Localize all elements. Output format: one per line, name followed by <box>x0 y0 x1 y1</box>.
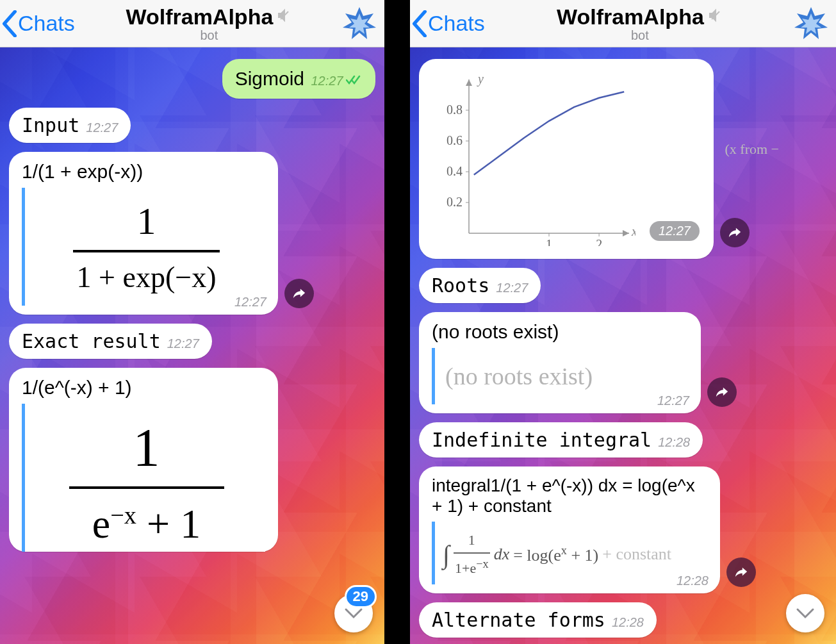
fraction-numerator: 1 <box>73 197 220 246</box>
message-row: integral1/(1 + e^(-x)) dx = log(e^x + 1)… <box>419 466 827 593</box>
message-text: 1/(e^(-x) + 1) <box>22 377 265 399</box>
header-label: Alternate forms <box>432 609 605 631</box>
chat-title-area[interactable]: WolframAlpha bot <box>489 4 791 43</box>
chat-title: WolframAlpha <box>557 4 704 29</box>
message-timestamp: 12:28 <box>612 615 644 630</box>
svg-text:0.8: 0.8 <box>447 103 463 117</box>
avatar[interactable] <box>340 4 379 44</box>
chat-subtitle: bot <box>489 28 791 43</box>
screen-left: Chats WolframAlpha bot Sigmoid <box>0 0 384 644</box>
message-timestamp: 12:27 <box>167 336 199 351</box>
section-header-exact[interactable]: Exact result 12:27 <box>9 324 212 359</box>
outgoing-message[interactable]: Sigmoid 12:27 <box>222 59 375 99</box>
message-timestamp: 12:28 <box>658 435 690 450</box>
chat-header: Chats WolframAlpha bot <box>410 0 836 47</box>
svg-text:x: x <box>631 224 635 238</box>
chat-area-right[interactable]: 0.20.40.60.812xy (x from − 12:27 Roots 1… <box>410 47 836 638</box>
header-label: Input <box>22 114 79 136</box>
screen-separator <box>384 0 410 644</box>
svg-text:1: 1 <box>546 237 552 246</box>
message-text: Sigmoid <box>235 68 304 89</box>
header-label: Roots <box>432 274 489 297</box>
avatar[interactable] <box>791 4 831 44</box>
fraction-denominator: e−x + 1 <box>69 493 224 552</box>
wolfram-icon <box>792 4 830 43</box>
equation-image: (no roots exist) <box>432 348 688 404</box>
chat-area-left[interactable]: Sigmoid 12:27 Input 12:27 1/(1 + exp(-x)… <box>0 47 384 552</box>
section-header-input[interactable]: Input 12:27 <box>9 108 131 143</box>
chat-title: WolframAlpha <box>126 4 273 29</box>
svg-text:2: 2 <box>596 237 602 246</box>
equation-image: 1 1 + exp(−x) <box>22 188 265 306</box>
muted-icon <box>708 8 723 26</box>
section-header-alternate[interactable]: Alternate forms 12:28 <box>419 602 657 638</box>
screen-right: Chats WolframAlpha bot 0.20.40.60.812xy <box>410 0 836 644</box>
share-icon <box>292 286 306 301</box>
share-button[interactable] <box>720 218 750 247</box>
message-timestamp: 12:28 <box>676 574 709 588</box>
share-button[interactable] <box>707 377 737 407</box>
message-row: (no roots exist) (no roots exist) 12:27 <box>419 312 827 413</box>
message-integral[interactable]: integral1/(1 + e^(-x)) dx = log(e^x + 1)… <box>419 466 720 593</box>
share-button[interactable] <box>284 279 314 308</box>
unread-badge: 29 <box>345 585 377 608</box>
scroll-to-bottom-button[interactable]: 29 <box>334 594 373 632</box>
chat-title-area[interactable]: WolframAlpha bot <box>79 4 340 43</box>
chat-subtitle: bot <box>79 28 340 43</box>
chevron-down-icon <box>344 607 363 620</box>
share-icon <box>715 385 729 399</box>
message-graph[interactable]: 0.20.40.60.812xy (x from − 12:27 <box>419 59 714 259</box>
message-text: integral1/(1 + e^(-x)) dx = log(e^x + 1)… <box>432 475 707 516</box>
wolfram-icon <box>340 4 379 43</box>
chevron-down-icon <box>796 607 815 620</box>
section-header-integral[interactable]: Indefinite integral 12:28 <box>419 422 703 458</box>
message-timestamp: 12:27 <box>657 393 689 408</box>
message-row: Alternate forms 12:28 <box>419 602 827 638</box>
message-timestamp: 12:27 <box>86 120 118 135</box>
message-timestamp: 12:27 <box>496 281 528 295</box>
svg-text:0.2: 0.2 <box>447 195 463 209</box>
share-icon <box>728 226 742 240</box>
back-button[interactable]: Chats <box>0 10 79 37</box>
chevron-left-icon <box>411 10 428 37</box>
equation-image: 1 e−x + 1 <box>22 404 265 552</box>
graph-annotation: (x from − <box>725 141 780 158</box>
back-label: Chats <box>18 11 75 36</box>
svg-text:y: y <box>477 72 484 87</box>
share-icon <box>734 565 748 579</box>
message-timestamp: 12:27 <box>234 295 266 310</box>
chevron-left-icon <box>1 10 18 37</box>
message-text: 1/(1 + exp(-x)) <box>22 161 265 183</box>
message-row: Input 12:27 <box>9 108 375 143</box>
chat-header: Chats WolframAlpha bot <box>0 0 384 47</box>
message-timestamp: 12:27 <box>650 221 700 241</box>
share-button[interactable] <box>726 557 756 587</box>
back-button[interactable]: Chats <box>410 10 489 37</box>
message-row: Roots 12:27 <box>419 268 827 303</box>
section-header-roots[interactable]: Roots 12:27 <box>419 268 541 303</box>
muted-icon <box>277 8 292 26</box>
sigmoid-plot: 0.20.40.60.812xy <box>430 67 635 246</box>
message-exact-eq[interactable]: 1/(e^(-x) + 1) 1 e−x + 1 <box>9 368 278 552</box>
integral-image-text: ∫ 1 1+e−x dx = log(ex + 1) + constant <box>443 528 703 581</box>
graph-image: 0.20.40.60.812xy (x from − 12:27 <box>424 64 709 251</box>
fraction-numerator: 1 <box>69 413 224 483</box>
fraction-denominator: 1 + exp(−x) <box>73 256 220 297</box>
message-row: Indefinite integral 12:28 <box>419 422 827 458</box>
message-timestamp: 12:27 <box>311 74 343 88</box>
read-checks-icon <box>346 76 363 87</box>
header-label: Indefinite integral <box>432 429 652 451</box>
message-row-outgoing: Sigmoid 12:27 <box>9 59 375 99</box>
svg-text:0.4: 0.4 <box>447 164 463 178</box>
message-row: Exact result 12:27 <box>9 324 375 359</box>
svg-text:0.6: 0.6 <box>447 133 463 147</box>
back-label: Chats <box>428 11 485 36</box>
message-text: (no roots exist) <box>432 321 688 343</box>
equation-image: ∫ 1 1+e−x dx = log(ex + 1) + constant <box>432 522 707 584</box>
message-roots[interactable]: (no roots exist) (no roots exist) 12:27 <box>419 312 701 413</box>
scroll-to-bottom-button[interactable] <box>786 594 824 632</box>
header-label: Exact result <box>22 330 161 352</box>
roots-image-text: (no roots exist) <box>444 357 682 395</box>
message-row: 1/(1 + exp(-x)) 1 1 + exp(−x) 12:27 <box>9 152 375 315</box>
message-input-eq[interactable]: 1/(1 + exp(-x)) 1 1 + exp(−x) 12:27 <box>9 152 278 315</box>
